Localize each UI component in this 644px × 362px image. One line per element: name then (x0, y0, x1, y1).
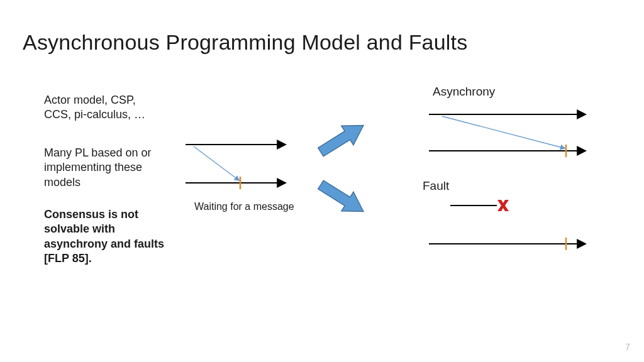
center-timelines (186, 145, 285, 189)
fat-arrow-up-icon (314, 116, 369, 162)
asynchrony-timelines (429, 114, 585, 157)
message-arrow-icon (442, 116, 565, 148)
fault-cross-icon (497, 200, 509, 211)
slide: Asynchronous Programming Model and Fault… (0, 0, 644, 362)
branch-arrows (314, 116, 369, 221)
fat-arrow-down-icon (314, 175, 369, 221)
diagram-svg (0, 0, 644, 362)
message-arrow-icon (194, 146, 239, 180)
fault-timelines (429, 200, 585, 250)
